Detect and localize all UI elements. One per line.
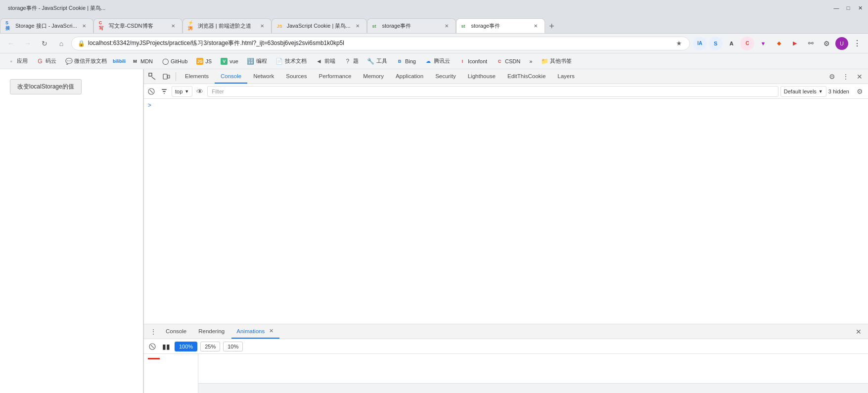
tab-security[interactable]: Security [429,70,462,84]
speed-100-button[interactable]: 100% [175,342,197,351]
bookmark-tencent-label: 腾讯云 [434,57,450,65]
bookmark-iconfont[interactable]: I Iconfont [455,55,491,67]
browser-tab-2[interactable]: C写 写文章-CSDN博客 ✕ [93,18,183,33]
js-bookmark-icon: JS [196,58,203,65]
close-button[interactable]: ✕ [856,4,864,12]
back-button[interactable]: ← [4,37,18,50]
devtools-close-button[interactable]: ✕ [853,70,866,83]
reload-button[interactable]: ↻ [38,37,51,50]
devtools-settings-button[interactable]: ⚙ [825,70,838,83]
bookmark-github[interactable]: ◯ GitHub [158,55,191,67]
tab-close-6[interactable]: ✕ [532,22,540,30]
tab-performance[interactable]: Performance [313,70,358,84]
home-button[interactable]: ⌂ [54,37,68,50]
tampermonkey-icon[interactable]: ◆ [772,37,786,50]
forward-button[interactable]: → [21,37,35,50]
a-extension-icon[interactable]: A [725,37,738,50]
extension-icon-4[interactable]: ▼ [756,37,770,50]
bookmark-techdoc[interactable]: 📄 技术文档 [272,55,311,67]
svg-line-9 [151,345,154,348]
new-tab-button[interactable]: + [545,19,559,33]
devtools-more-button[interactable]: ⋮ [839,70,852,83]
tab-lighthouse[interactable]: Lighthouse [462,70,502,84]
tab-console[interactable]: Console [215,70,247,84]
tab-elements[interactable]: Elements [179,70,215,84]
drawer-animations-close[interactable]: ✕ [268,328,274,335]
browser-tab-1[interactable]: S接 Storage 接口 - JavaScri... ✕ [0,18,93,33]
tab-sources[interactable]: Sources [280,70,313,84]
speed-25-button[interactable]: 25% [200,342,220,351]
bookmark-apps[interactable]: ◦ 应用 [4,55,32,67]
tab-application[interactable]: Application [390,70,429,84]
menu-dots-icon[interactable]: ⋮ [850,37,864,50]
animations-clear-button[interactable] [147,341,158,352]
drawer-menu-button[interactable]: ⋮ [148,326,159,337]
bookmark-more[interactable]: » [525,55,536,67]
settings-icon[interactable]: ⚙ [820,37,833,50]
maximize-button[interactable]: □ [844,4,852,12]
bookmark-star-icon[interactable]: ★ [675,39,684,48]
console-eye-button[interactable]: 👁 [194,86,205,97]
browser-tab-4[interactable]: JS JavaScript Cookie | 菜鸟... ✕ [272,18,367,33]
bookmark-vue[interactable]: V vue [217,55,242,67]
bookmark-js[interactable]: JS JS [192,55,216,67]
browser-tab-5[interactable]: st storage事件 ✕ [367,18,456,33]
inspect-element-button[interactable] [146,70,159,83]
tab-close-1[interactable]: ✕ [80,22,88,30]
tab-close-5[interactable]: ✕ [443,22,451,30]
tab-layers[interactable]: Layers [551,70,581,84]
tab-close-3[interactable]: ✕ [258,22,266,30]
address-bar[interactable]: 🔒 localhost:63342/myJSProjects/practice/… [71,37,690,50]
bookmark-bing[interactable]: B Bing [392,55,420,67]
console-body[interactable]: > [144,99,868,324]
ia-extension-icon[interactable]: IA [693,37,707,50]
browser-tab-6[interactable]: st storage事件 ✕ [456,18,545,33]
console-clear-button[interactable] [146,86,157,97]
extensions-menu-icon[interactable]: ⚯ [804,37,818,50]
drawer-close-button[interactable]: ✕ [853,326,864,337]
tools-icon: 🔧 [367,58,374,65]
speed-10-button[interactable]: 10% [223,342,243,351]
tab-close-4[interactable]: ✕ [354,22,362,30]
drawer-tab-rendering[interactable]: Rendering [193,325,229,339]
bookmark-mdn[interactable]: M MDN [128,55,157,67]
bookmark-other[interactable]: 📁 其他书签 [537,55,576,67]
animations-pause-button[interactable]: ▮▮ [161,341,172,352]
mdn-icon: M [132,58,138,65]
profile-icon[interactable]: U [835,37,848,50]
bookmark-wechat[interactable]: 💬 微信开放文档 [61,55,111,67]
bookmark-gitee[interactable]: G 码云 [33,55,60,67]
tab-memory[interactable]: Memory [357,70,390,84]
console-filter-toggle[interactable] [159,86,170,97]
bookmark-programming[interactable]: 🔢 编程 [243,55,271,67]
status-bar: ▶ 0 [144,383,868,393]
console-settings-button[interactable]: ⚙ [853,85,866,98]
toolbar-divider [176,72,176,81]
tab-network[interactable]: Network [247,70,280,84]
drawer-tab-animations[interactable]: Animations ✕ [231,325,279,339]
bookmark-tools[interactable]: 🔧 工具 [364,55,391,67]
window-controls: — □ ✕ [832,4,864,12]
minimize-button[interactable]: — [832,4,840,12]
bookmark-bilibili[interactable]: bilibili [112,55,127,67]
csdn2-extension-icon[interactable]: ▶ [788,37,802,50]
log-level-selector[interactable]: Default levels ▼ [780,86,826,97]
s-extension-icon[interactable]: S [709,37,723,50]
console-context-selector[interactable]: top ▼ [172,86,192,97]
bookmark-frontend[interactable]: ◄ 前端 [312,55,339,67]
bookmark-questions[interactable]: ? 题 [340,55,363,67]
tab-bar: S接 Storage 接口 - JavaScri... ✕ C写 写文章-CSD… [0,16,868,34]
tab-close-2[interactable]: ✕ [169,22,177,30]
browser-tab-3[interactable]: ⚡浏 浏览器 | 前端进阶之道 ✕ [183,18,272,33]
csdn-extension-icon[interactable]: C [740,37,754,50]
drawer-tab-console[interactable]: Console [161,325,191,339]
bookmark-csdn[interactable]: C CSDN [492,55,524,67]
console-filter-input[interactable] [207,86,778,97]
device-toolbar-button[interactable] [160,70,173,83]
prompt-arrow-icon[interactable]: > [148,102,151,109]
bing-icon: B [396,58,403,65]
tab-editthiscookie[interactable]: EditThisCookie [502,70,551,84]
bookmark-tencent[interactable]: ☁ 腾讯云 [421,55,454,67]
change-localstorage-button[interactable]: 改变localStorage的值 [10,79,82,94]
bookmark-csdn-label: CSDN [505,58,520,64]
